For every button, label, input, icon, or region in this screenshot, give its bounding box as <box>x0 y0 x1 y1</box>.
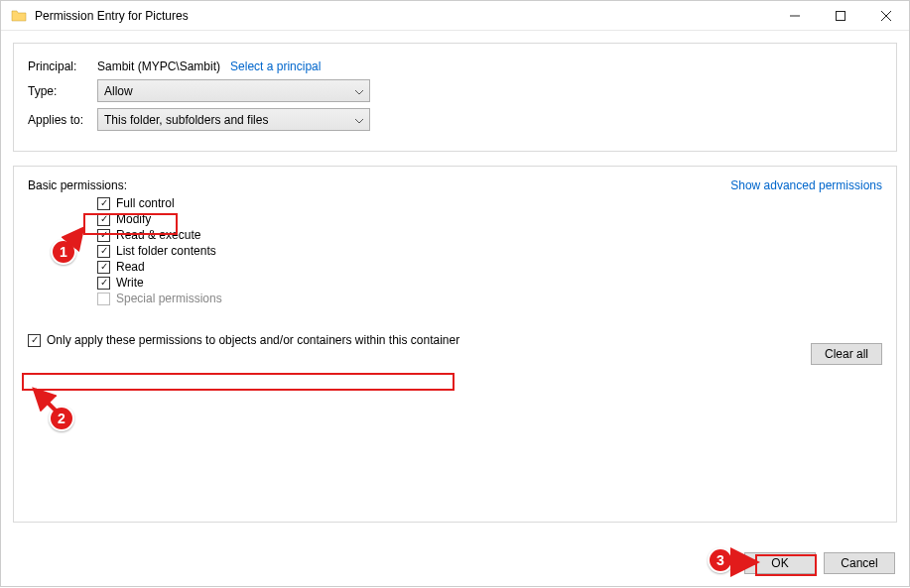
checkbox-icon[interactable] <box>97 229 110 242</box>
maximize-button[interactable] <box>818 1 863 30</box>
checkbox-icon[interactable] <box>97 245 110 258</box>
minimize-button[interactable] <box>772 1 818 30</box>
folder-icon <box>11 8 27 24</box>
perm-read[interactable]: Read <box>97 260 882 274</box>
ok-button[interactable]: OK <box>744 552 816 574</box>
window-title: Permission Entry for Pictures <box>35 9 772 23</box>
perm-write[interactable]: Write <box>97 276 882 290</box>
chevron-down-icon <box>355 113 363 127</box>
clear-all-button[interactable]: Clear all <box>811 343 882 365</box>
chevron-down-icon <box>355 84 363 98</box>
basic-permissions-label: Basic permissions: <box>28 178 127 192</box>
type-label: Type: <box>28 84 97 98</box>
checkbox-icon[interactable] <box>97 197 110 210</box>
annotation-badge: 3 <box>708 547 733 573</box>
perm-modify[interactable]: Modify <box>97 212 882 226</box>
checkbox-icon[interactable] <box>97 277 110 290</box>
applies-to-label: Applies to: <box>28 113 97 127</box>
only-apply-label: Only apply these permissions to objects … <box>47 333 459 347</box>
only-apply-checkbox-row[interactable]: Only apply these permissions to objects … <box>28 333 882 347</box>
titlebar: Permission Entry for Pictures <box>1 1 909 31</box>
permission-list: Full control Modify Read & execute List … <box>97 196 882 305</box>
permissions-panel: Basic permissions: Show advanced permiss… <box>13 166 897 523</box>
type-select[interactable]: Allow <box>97 79 370 102</box>
perm-special: Special permissions <box>97 292 882 305</box>
checkbox-icon[interactable] <box>28 334 41 347</box>
principal-label: Principal: <box>28 59 97 73</box>
principal-value: Sambit (MYPC\Sambit) <box>97 59 220 73</box>
select-principal-link[interactable]: Select a principal <box>230 59 321 73</box>
checkbox-icon[interactable] <box>97 261 110 274</box>
perm-read-execute[interactable]: Read & execute <box>97 228 882 242</box>
checkbox-icon[interactable] <box>97 213 110 226</box>
applies-to-value: This folder, subfolders and files <box>104 113 268 127</box>
principal-panel: Principal: Sambit (MYPC\Sambit) Select a… <box>13 43 897 152</box>
perm-full-control[interactable]: Full control <box>97 196 882 210</box>
show-advanced-link[interactable]: Show advanced permissions <box>730 178 882 192</box>
applies-to-select[interactable]: This folder, subfolders and files <box>97 108 370 131</box>
svg-rect-1 <box>837 11 845 20</box>
perm-list-folder[interactable]: List folder contents <box>97 244 882 258</box>
close-button[interactable] <box>863 1 909 30</box>
checkbox-icon <box>97 293 110 305</box>
type-value: Allow <box>104 84 133 98</box>
cancel-button[interactable]: Cancel <box>824 552 895 574</box>
